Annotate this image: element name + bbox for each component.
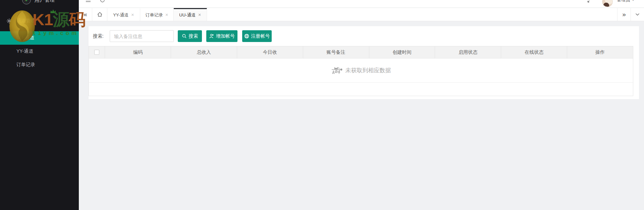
- sidebar-item-label: YY-通道: [16, 48, 33, 54]
- column-header[interactable]: 账号备注: [303, 46, 369, 58]
- tab-label: YY-通道: [113, 12, 128, 18]
- gear-icon: [6, 18, 12, 24]
- column-header[interactable]: 今日收: [237, 46, 303, 58]
- sidebar-group-label: 通道管理: [16, 18, 35, 24]
- username-label[interactable]: 管理员: [617, 0, 630, 2]
- search-input[interactable]: [110, 30, 174, 42]
- close-icon[interactable]: ✕: [131, 13, 134, 17]
- search-label: 搜索:: [93, 33, 104, 39]
- tab-label: UU-通道: [179, 12, 196, 18]
- magnifier-icon: [182, 34, 187, 39]
- tab-yy-channel[interactable]: YY-通道 ✕: [107, 8, 140, 21]
- rocket-logo-icon: [22, 0, 31, 4]
- scroll-tabs-right-button[interactable]: »: [617, 8, 631, 21]
- sidebar-item-yy-channel[interactable]: YY-通道: [0, 45, 79, 58]
- sidebar: 用户管理 通道管理 UU-通道 YY-通道 订单记录: [0, 0, 79, 210]
- double-chevron-right-icon: »: [622, 11, 626, 18]
- column-header[interactable]: 总收入: [171, 46, 237, 58]
- table-header-row: 编码 总收入 今日收 账号备注 创建时间 启用状态 在线状态 操作: [89, 46, 633, 58]
- double-chevron-left-icon: «: [84, 11, 87, 18]
- caret-down-icon[interactable]: ▾: [632, 0, 634, 2]
- column-header[interactable]: 创建时间: [369, 46, 435, 58]
- scroll-tabs-left-button[interactable]: «: [79, 8, 92, 21]
- tab-uu-channel-active[interactable]: UU-通道 ✕: [174, 8, 207, 21]
- column-header[interactable]: 编码: [105, 46, 171, 58]
- empty-state-text: 未获取到相应数据: [345, 67, 391, 74]
- table-empty-state: 未获取到相应数据: [89, 58, 633, 83]
- sidebar-group-channel-management[interactable]: 通道管理: [0, 13, 79, 28]
- select-all-checkbox[interactable]: [94, 50, 99, 55]
- sidebar-item-label: UU-通道: [16, 35, 34, 41]
- add-account-button[interactable]: 增加帐号: [206, 30, 237, 42]
- sidebar-item-order-records[interactable]: 订单记录: [0, 58, 79, 72]
- sidebar-item-label: 用户管理: [35, 0, 55, 3]
- close-icon[interactable]: ✕: [198, 13, 201, 17]
- home-icon: [97, 12, 103, 17]
- chevron-down-icon: [635, 13, 640, 16]
- sidebar-item-uu-channel[interactable]: UU-通道: [0, 31, 79, 45]
- sidebar-item-user-management[interactable]: 用户管理: [0, 0, 79, 7]
- tab-order-records[interactable]: 订单记录 ✕: [140, 8, 174, 21]
- column-header[interactable]: 操作: [567, 46, 633, 58]
- column-header[interactable]: 启用状态: [435, 46, 501, 58]
- no-data-cat-icon: [331, 65, 343, 76]
- tabbar-spacer: [207, 8, 617, 21]
- sidebar-item-label: 订单记录: [16, 62, 35, 68]
- tab-options-button[interactable]: [631, 8, 644, 21]
- user-avatar[interactable]: [602, 0, 613, 7]
- chevron-up-icon: [68, 19, 73, 22]
- data-table: 编码 总收入 今日收 账号备注 创建时间 启用状态 在线状态 操作: [89, 46, 633, 96]
- select-all-cell: [89, 46, 105, 58]
- top-header-bar: 管理员 ▾: [79, 0, 644, 8]
- globe-icon: [244, 34, 249, 39]
- register-account-button[interactable]: 注册帐号: [242, 30, 272, 42]
- close-icon[interactable]: ✕: [165, 13, 168, 17]
- hamburger-menu-icon[interactable]: [86, 0, 91, 2]
- column-header[interactable]: 在线状态: [501, 46, 567, 58]
- main-content: 搜索: 搜索 增加帐号: [79, 22, 644, 210]
- tab-label: 订单记录: [145, 12, 163, 18]
- refresh-icon[interactable]: [100, 0, 105, 3]
- home-tab-button[interactable]: [92, 8, 107, 21]
- search-button[interactable]: 搜索: [178, 30, 202, 42]
- content-card: 搜索: 搜索 增加帐号: [89, 26, 639, 99]
- tab-bar: « YY-通道 ✕ 订单记录 ✕ UU-通道 ✕ »: [79, 8, 644, 21]
- fullscreen-icon[interactable]: [587, 0, 592, 3]
- table-pagination-area: [89, 83, 633, 96]
- person-add-icon: [209, 34, 214, 39]
